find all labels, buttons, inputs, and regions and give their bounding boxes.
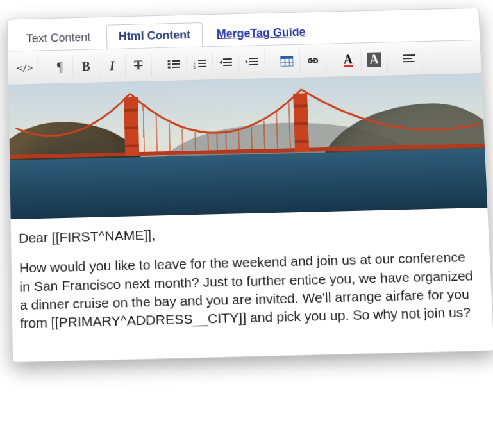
outdent-button[interactable] [213,51,240,74]
svg-rect-1 [172,60,180,62]
tab-html-content[interactable]: Html Content [106,22,203,49]
svg-rect-21 [280,56,293,59]
svg-rect-12 [223,58,232,60]
svg-point-0 [167,60,170,62]
svg-point-2 [167,63,170,65]
svg-rect-26 [403,54,415,56]
indent-icon [246,57,258,67]
svg-point-4 [168,66,171,69]
svg-marker-15 [219,60,222,64]
editor-panel: Text Content Html Content MergeTag Guide… [7,8,493,363]
indent-button[interactable] [238,51,265,74]
background-color-button[interactable]: A [361,47,388,71]
italic-button[interactable]: I [99,54,126,77]
mergetag-guide-link[interactable]: MergeTag Guide [212,21,310,46]
svg-rect-25 [310,60,315,62]
svg-rect-5 [172,67,180,68]
bold-button[interactable]: B [73,54,100,78]
svg-rect-27 [403,58,412,59]
source-code-button[interactable]: </> [12,56,38,79]
font-color-button[interactable]: A [335,48,362,71]
show-blocks-button[interactable]: ¶ [47,55,73,78]
svg-line-23 [289,56,290,67]
svg-rect-14 [223,65,232,66]
svg-rect-17 [249,61,258,62]
svg-text:3: 3 [193,65,196,69]
svg-rect-9 [198,63,206,64]
hero-image [8,74,487,219]
greeting-line: Dear [[FIRST^NAME]], [19,218,478,247]
outdent-icon [219,58,232,68]
align-icon [403,54,415,63]
svg-rect-18 [249,64,258,65]
strikethrough-button[interactable]: T [125,53,152,76]
bullet-list-icon [167,59,180,69]
svg-rect-28 [403,61,414,62]
body-paragraph: How would you like to leave for the week… [19,248,482,333]
svg-rect-16 [249,58,258,59]
svg-rect-3 [172,63,180,65]
svg-rect-7 [198,60,206,61]
table-icon [280,56,293,67]
svg-line-22 [285,56,285,67]
svg-rect-13 [223,62,232,63]
link-button[interactable] [300,49,327,72]
editor-body[interactable]: Dear [[FIRST^NAME]], How would you like … [11,208,493,362]
numbered-list-button[interactable]: 1 2 3 [187,52,213,75]
svg-rect-11 [198,66,206,67]
table-button[interactable] [274,50,301,73]
bullet-list-button[interactable] [160,53,187,76]
svg-marker-19 [246,60,248,63]
tab-text-content[interactable]: Text Content [14,25,103,51]
link-icon [306,56,320,65]
align-button[interactable] [396,47,423,70]
numbered-list-icon: 1 2 3 [193,58,206,69]
